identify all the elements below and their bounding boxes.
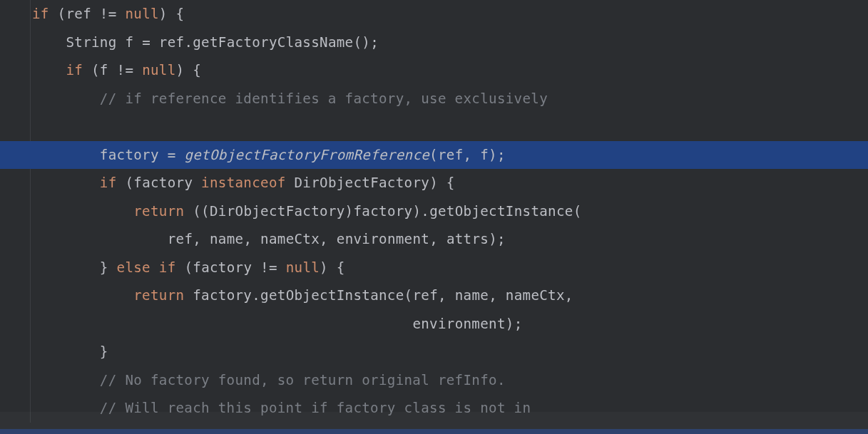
code-line[interactable]: if (ref != null) { xyxy=(0,0,868,29)
code-line[interactable]: } else if (factory != null) { xyxy=(0,254,868,282)
keyword-instanceof: instanceof xyxy=(201,175,286,191)
gutter xyxy=(0,338,32,366)
code-editor[interactable]: if (ref != null) { String f = ref.getFac… xyxy=(0,0,868,434)
gutter xyxy=(0,197,32,226)
code-content: if (ref != null) { xyxy=(32,6,184,22)
static-method-call: getObjectFactoryFromReference xyxy=(184,147,429,163)
code-line[interactable] xyxy=(0,113,868,141)
code-line[interactable]: if (factory instanceof DirObjectFactory)… xyxy=(0,169,868,197)
gutter xyxy=(0,56,32,85)
code-content: } xyxy=(32,343,108,360)
code-content: // if reference identifies a factory, us… xyxy=(32,91,548,107)
code-line[interactable]: } xyxy=(0,338,868,366)
code-line[interactable]: return factory.getObjectInstance(ref, na… xyxy=(0,281,868,310)
gutter xyxy=(0,366,32,395)
gutter xyxy=(0,85,32,113)
gutter xyxy=(0,0,32,29)
gutter xyxy=(0,254,32,282)
code-line-selected[interactable]: factory = getObjectFactoryFromReference(… xyxy=(0,141,868,170)
gutter xyxy=(0,281,32,310)
code-content: return factory.getObjectInstance(ref, na… xyxy=(32,287,573,304)
code-line[interactable]: // if reference identifies a factory, us… xyxy=(0,85,868,113)
code-content: } else if (factory != null) { xyxy=(32,259,345,276)
code-content: // Will reach this point if factory clas… xyxy=(32,400,531,416)
gutter xyxy=(0,169,32,197)
code-content: return ((DirObjectFactory)factory).getOb… xyxy=(32,203,582,219)
comment: // Will reach this point if factory clas… xyxy=(100,400,531,416)
comment: // No factory found, so return original … xyxy=(100,372,506,388)
code-content xyxy=(32,118,100,135)
code-content: // No factory found, so return original … xyxy=(32,372,506,388)
code-content: factory = getObjectFactoryFromReference(… xyxy=(32,147,506,163)
code-line[interactable]: ref, name, nameCtx, environment, attrs); xyxy=(0,225,868,254)
code-content: String f = ref.getFactoryClassName(); xyxy=(32,34,379,51)
gutter xyxy=(0,113,32,141)
bottom-bar xyxy=(0,429,868,434)
keyword-else: else xyxy=(117,259,150,276)
keyword-return: return xyxy=(133,203,184,219)
code-content: ref, name, nameCtx, environment, attrs); xyxy=(32,231,506,247)
code-line[interactable]: environment); xyxy=(0,310,868,339)
code-content: if (f != null) { xyxy=(32,62,201,78)
keyword-if: if xyxy=(32,6,49,22)
code-line[interactable]: if (f != null) { xyxy=(0,56,868,85)
code-line[interactable]: // Will reach this point if factory clas… xyxy=(0,394,868,423)
gutter xyxy=(0,141,32,170)
gutter xyxy=(0,394,32,423)
keyword-null: null xyxy=(125,6,158,22)
code-content: environment); xyxy=(32,316,522,332)
gutter xyxy=(0,225,32,254)
code-line[interactable]: String f = ref.getFactoryClassName(); xyxy=(0,29,868,57)
comment: // if reference identifies a factory, us… xyxy=(100,91,548,107)
code-line[interactable]: return ((DirObjectFactory)factory).getOb… xyxy=(0,197,868,226)
gutter xyxy=(0,29,32,57)
code-line[interactable]: // No factory found, so return original … xyxy=(0,366,868,395)
gutter xyxy=(0,310,32,339)
code-content: if (factory instanceof DirObjectFactory)… xyxy=(32,175,455,191)
